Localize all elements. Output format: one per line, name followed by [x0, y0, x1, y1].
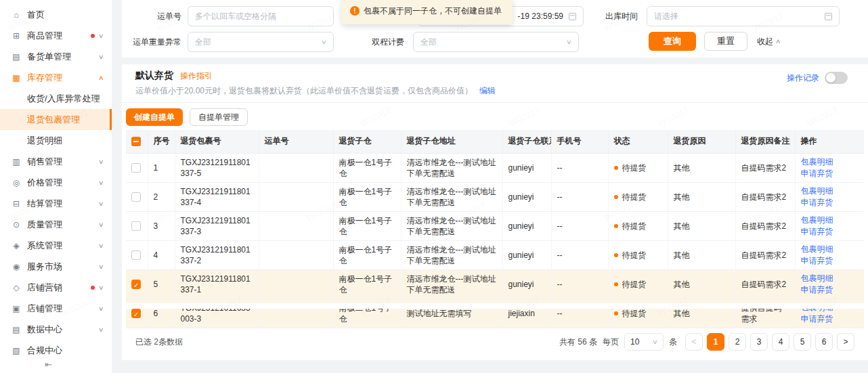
table-row: 2 TGXJ23121911801337-4 南极一仓1号子仓 清远市维龙仓--… — [126, 182, 864, 211]
default-discard-title: 默认弃货 — [135, 70, 173, 82]
edit-link[interactable]: 编辑 — [479, 86, 496, 95]
query-button[interactable]: 查询 — [649, 32, 696, 51]
per-page-select[interactable]: 10 ∨ — [624, 333, 664, 351]
cell-phone: -- — [551, 269, 608, 299]
sidebar-item[interactable]: ◎ 价格管理 ∨ — [0, 172, 112, 193]
sidebar-item[interactable]: ◈ 系统管理 ∨ — [0, 235, 112, 256]
waybill-input[interactable]: 多个以回车或空格分隔 — [188, 6, 334, 26]
sidebar-item-label: 质量管理 — [27, 219, 99, 231]
weight-abnormal-select[interactable]: 全部 ∨ — [188, 32, 334, 52]
sidebar-item[interactable]: ▧ 合规中心 — [0, 340, 112, 361]
select-all-checkbox[interactable] — [131, 137, 141, 146]
sidebar-item[interactable]: 退货明细 — [0, 130, 112, 151]
row-checkbox[interactable] — [131, 192, 141, 202]
cell-status: 待提货 — [608, 240, 668, 269]
collapse-sidebar-icon[interactable]: ⇤ — [45, 359, 52, 370]
sidebar-item[interactable]: ◇ 店铺营销 ∨ — [0, 277, 112, 298]
cell-waybill-no — [259, 240, 333, 269]
cell-reason — [668, 328, 735, 328]
apply-discard-link[interactable]: 申请弃货 — [801, 168, 859, 179]
row-checkbox[interactable] — [131, 221, 141, 231]
data-center-icon: ▤ — [11, 325, 22, 334]
cell-contact: gunieyi — [502, 211, 551, 240]
price-icon: ◎ — [11, 178, 22, 188]
row-checkbox[interactable] — [131, 163, 141, 173]
create-pickup-order-button[interactable]: 创建自提单 — [126, 108, 183, 126]
selected-count-text: 已选 2条数据 — [135, 336, 183, 348]
sidebar-item[interactable]: 收货/入库异常处理 — [0, 88, 112, 109]
status-text: 待提货 — [622, 163, 647, 173]
weight-abnormal-value: 全部 — [195, 37, 211, 48]
cell-package-no: TGXJ23121611653003-2 — [175, 328, 259, 328]
col-header-seq: 序号 — [148, 130, 175, 153]
prev-page-button[interactable]: < — [685, 333, 703, 351]
apply-discard-link[interactable]: 申请弃货 — [801, 226, 859, 238]
main-area: 运单号 多个以回车或空格分隔 -19 23:59:59 出库时间 请选择 ! 包… — [112, 0, 868, 373]
package-detail-link[interactable]: 包裹明细 — [801, 273, 859, 284]
sidebar-item[interactable]: 退货包裹管理 — [0, 109, 112, 130]
cell-contact: gunieyi — [502, 182, 551, 211]
operation-log-toggle[interactable] — [825, 72, 848, 84]
sidebar-item[interactable]: ⌂ 首页 — [0, 4, 112, 25]
cell-contact: gunieyi — [502, 269, 551, 299]
sidebar-item[interactable]: ▤ 备货单管理 ∨ — [0, 46, 112, 67]
cell-warehouse: 南极一仓1号子仓 — [333, 211, 401, 240]
package-detail-link[interactable]: 包裹明细 — [801, 185, 859, 197]
next-section-sliver — [122, 303, 868, 309]
next-page-button[interactable]: > — [837, 333, 854, 351]
package-detail-link[interactable]: 包裹明细 — [801, 156, 859, 168]
page-button[interactable]: 6 — [815, 333, 833, 351]
page-button[interactable]: 2 — [729, 333, 746, 351]
table-footer: 已选 2条数据 共有 56 条 每页 10 ∨ 条 < — [122, 333, 868, 351]
sidebar-item[interactable]: ◉ 服务市场 ∨ — [0, 256, 112, 277]
page-button[interactable]: 1 — [707, 333, 724, 351]
operation-guide-link[interactable]: 操作指引 — [180, 70, 213, 82]
chevron-icon: ∨ — [98, 242, 104, 249]
sidebar-item[interactable]: ▤ 数据中心 ∨ — [0, 319, 112, 340]
chevron-icon: ∨ — [98, 284, 104, 291]
col-header-waybill-no: 运单号 — [259, 130, 333, 153]
apply-discard-link[interactable]: 申请弃货 — [801, 255, 859, 267]
per-page-unit: 条 — [669, 336, 677, 348]
service-market-icon: ◉ — [11, 262, 22, 271]
col-header-warehouse: 退货子仓 — [333, 130, 401, 153]
warning-text: 包裹不属于同一子仓，不可创建自提单 — [364, 5, 502, 17]
reset-button[interactable]: 重置 — [704, 32, 747, 51]
chevron-icon: ∨ — [98, 200, 104, 207]
apply-discard-link[interactable]: 申请弃货 — [801, 197, 859, 209]
cell-waybill-no — [259, 153, 333, 182]
page-button[interactable]: 3 — [750, 333, 768, 351]
col-header-reason: 退货原因 — [668, 130, 735, 153]
sidebar-item[interactable]: ⊟ 结算管理 ∨ — [0, 193, 112, 214]
cell-warehouse: 南极一仓1号子仓 — [333, 182, 401, 211]
sidebar-item-label: 系统管理 — [27, 240, 99, 252]
page-button[interactable]: 5 — [794, 333, 811, 351]
row-checkbox[interactable] — [131, 309, 141, 318]
outbound-time-input[interactable]: 请选择 — [647, 6, 840, 26]
page-button[interactable]: 4 — [772, 333, 789, 351]
sidebar-item[interactable]: ⊞ 商品管理 ∨ — [0, 25, 112, 46]
apply-discard-link[interactable]: 申请弃货 — [801, 313, 859, 325]
sidebar-item[interactable]: ▥ 销售管理 ∨ — [0, 151, 112, 172]
manage-pickup-order-button[interactable]: 自提单管理 — [190, 108, 248, 126]
row-checkbox[interactable] — [131, 280, 141, 289]
apply-discard-link[interactable]: 申请弃货 — [801, 284, 859, 296]
unread-dot — [91, 34, 95, 38]
row-checkbox[interactable] — [131, 250, 141, 260]
cell-contact: gunieyi — [502, 153, 551, 182]
cell-phone: -- — [551, 182, 608, 211]
system-icon: ◈ — [11, 241, 22, 250]
round-trip-billing-select[interactable]: 全部 ∨ — [413, 32, 579, 52]
sidebar-item[interactable]: ⊙ 质量管理 ∨ — [0, 214, 112, 235]
sidebar-item[interactable]: ▣ 店铺管理 ∨ — [0, 298, 112, 319]
pagination: < 1 2 3 4 5 — [685, 333, 854, 351]
cell-waybill-no — [259, 211, 333, 240]
cell-warehouse: 南极一仓1号子仓 — [333, 240, 401, 269]
operation-log-link[interactable]: 操作记录 — [787, 72, 819, 84]
fold-link[interactable]: 收起 ∧ — [757, 32, 781, 51]
sidebar-item[interactable]: ▦ 库存管理 ∧ — [0, 67, 112, 88]
package-detail-link[interactable]: 包裹明细 — [801, 244, 859, 255]
col-header-package-no: 退货包裹号 — [175, 130, 259, 153]
package-detail-link[interactable]: 包裹明细 — [801, 215, 859, 226]
cell-package-no: TGXJ23121911801337-3 — [175, 211, 259, 240]
